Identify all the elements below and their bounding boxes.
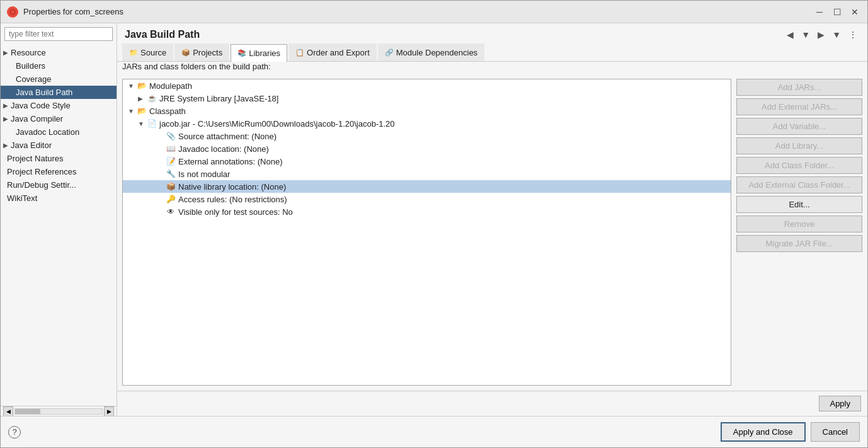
sidebar-item-builders[interactable]: Builders: [1, 59, 117, 72]
access-rules-label: Access rules: (No restrictions): [178, 195, 287, 204]
javadoc-location-label: Javadoc location: (None): [178, 144, 269, 154]
nav-forward-button[interactable]: ▶: [815, 28, 827, 41]
buttons-panel: Add JARs... Add External JARs... Add Var…: [736, 79, 862, 386]
nav-dropdown-button[interactable]: ▼: [830, 28, 843, 41]
tree-node-native-library[interactable]: 📦 Native library location: (None): [123, 180, 731, 193]
expand-arrow-java-editor: ▶: [3, 142, 8, 149]
tab-libraries[interactable]: 📚 Libraries: [231, 44, 287, 62]
nav-down-button[interactable]: ▼: [799, 28, 813, 41]
expand-arrow-java-code-style: ▶: [3, 102, 8, 109]
app-icon: [7, 6, 18, 18]
migrate-jar-button[interactable]: Migrate JAR File...: [736, 235, 862, 252]
close-button[interactable]: ✕: [848, 6, 861, 18]
sidebar-label-java-build-path: Java Build Path: [16, 88, 72, 97]
sidebar-label-run-debug: Run/Debug Settir...: [7, 180, 76, 190]
footer-buttons: Apply and Close Cancel: [721, 422, 860, 442]
scroll-track[interactable]: [14, 408, 103, 415]
content-area: ▼ 📂 Modulepath ▶ ☕ JRE System Library [J…: [117, 74, 867, 391]
window-controls: ─ ☐ ✕: [813, 6, 861, 18]
title-bar: Properties for com_screens ─ ☐ ✕: [1, 1, 867, 23]
tree-node-javadoc-location[interactable]: 📖 Javadoc location: (None): [123, 142, 731, 155]
sidebar-label-javadoc-location: Javadoc Location: [16, 127, 79, 137]
tree-node-is-not-modular[interactable]: 🔧 Is not modular: [123, 168, 731, 180]
classpath-icon: 📂: [137, 106, 147, 116]
tree-node-jacob-jar[interactable]: ▼ 📄 jacob.jar - C:\Users\MicRum00\Downlo…: [123, 117, 731, 130]
tree-node-access-rules[interactable]: 🔑 Access rules: (No restrictions): [123, 193, 731, 205]
expand-arrow-resource: ▶: [3, 49, 8, 56]
minimize-button[interactable]: ─: [813, 6, 826, 18]
jacob-jar-icon: 📄: [147, 118, 157, 129]
apply-button[interactable]: Apply: [819, 396, 861, 411]
sidebar-item-coverage[interactable]: Coverage: [1, 72, 117, 86]
sidebar-label-builders: Builders: [16, 61, 45, 71]
scroll-thumb: [15, 409, 40, 414]
tree-node-external-annotations[interactable]: 📝 External annotations: (None): [123, 155, 731, 168]
footer-bar: ? Apply and Close Cancel: [1, 416, 867, 447]
add-variable-button[interactable]: Add Variable...: [736, 118, 862, 135]
sidebar-item-java-build-path[interactable]: Java Build Path: [1, 86, 117, 99]
tree-node-visible-test[interactable]: 👁 Visible only for test sources: No: [123, 205, 731, 218]
sidebar-item-java-editor[interactable]: ▶ Java Editor: [1, 139, 117, 152]
add-external-class-folder-button[interactable]: Add External Class Folder...: [736, 176, 862, 193]
edit-button[interactable]: Edit...: [736, 196, 862, 213]
sidebar-label-project-natures: Project Natures: [7, 154, 64, 163]
filter-input[interactable]: [4, 27, 113, 41]
sidebar-label-java-editor: Java Editor: [11, 141, 52, 150]
remove-button[interactable]: Remove: [736, 215, 862, 233]
add-library-button[interactable]: Add Library...: [736, 137, 862, 154]
scroll-left-button[interactable]: ◀: [3, 406, 13, 416]
sidebar-item-javadoc-location[interactable]: Javadoc Location: [1, 125, 117, 139]
modulepath-label: Modulepath: [149, 81, 192, 91]
visible-test-label: Visible only for test sources: No: [178, 207, 293, 217]
maximize-button[interactable]: ☐: [831, 6, 843, 18]
sidebar-list: ▶ Resource Builders Coverage Java Build …: [1, 45, 117, 406]
svg-point-1: [11, 10, 14, 14]
tree-node-jre[interactable]: ▶ ☕ JRE System Library [JavaSE-18]: [123, 92, 731, 105]
bottom-bar: Apply: [117, 391, 867, 416]
sidebar-item-java-compiler[interactable]: ▶ Java Compiler: [1, 112, 117, 125]
add-jars-button[interactable]: Add JARs...: [736, 79, 862, 96]
native-library-label: Native library location: (None): [178, 182, 286, 192]
sidebar-item-resource[interactable]: ▶ Resource: [1, 46, 117, 59]
menu-button[interactable]: ⋮: [846, 28, 860, 41]
apply-and-close-button[interactable]: Apply and Close: [721, 422, 806, 442]
tab-source[interactable]: 📁 Source: [122, 43, 173, 61]
tree-container[interactable]: ▼ 📂 Modulepath ▶ ☕ JRE System Library [J…: [122, 79, 731, 386]
sidebar-label-project-references: Project References: [7, 167, 77, 176]
help-button[interactable]: ?: [8, 426, 21, 439]
tab-module-dependencies[interactable]: 🔗 Module Dependencies: [378, 43, 484, 61]
sidebar: ▶ Resource Builders Coverage Java Build …: [1, 23, 117, 416]
scroll-right-button[interactable]: ▶: [104, 406, 114, 416]
window-title: Properties for com_screens: [23, 7, 813, 16]
cancel-button[interactable]: Cancel: [811, 422, 860, 442]
tab-projects[interactable]: 📦 Projects: [174, 43, 229, 61]
sidebar-item-project-natures[interactable]: Project Natures: [1, 152, 117, 165]
sidebar-scrollbar[interactable]: ◀ ▶: [1, 406, 117, 416]
tabs-bar: 📁 Source 📦 Projects 📚 Libraries 📋 Order …: [117, 43, 867, 62]
arrow-classpath: ▼: [128, 108, 137, 115]
sidebar-label-resource: Resource: [11, 48, 46, 57]
tab-order-export[interactable]: 📋 Order and Export: [288, 43, 377, 61]
tab-projects-label: Projects: [193, 48, 222, 57]
main-content: ▶ Resource Builders Coverage Java Build …: [1, 23, 867, 416]
arrow-modulepath: ▼: [128, 83, 137, 89]
source-attachment-icon: 📎: [166, 131, 176, 141]
tab-module-dependencies-label: Module Dependencies: [396, 48, 477, 57]
nav-back-button[interactable]: ◀: [784, 28, 796, 41]
order-export-tab-icon: 📋: [295, 49, 304, 57]
sidebar-item-run-debug[interactable]: Run/Debug Settir...: [1, 178, 117, 192]
tree-node-classpath[interactable]: ▼ 📂 Classpath: [123, 105, 731, 117]
visible-test-icon: 👁: [166, 207, 176, 217]
tree-node-modulepath[interactable]: ▼ 📂 Modulepath: [123, 79, 731, 92]
sidebar-item-project-references[interactable]: Project References: [1, 165, 117, 178]
panel-header: Java Build Path ◀ ▼ ▶ ▼ ⋮: [117, 23, 867, 43]
sidebar-item-java-code-style[interactable]: ▶ Java Code Style: [1, 99, 117, 112]
add-external-jars-button[interactable]: Add External JARs...: [736, 98, 862, 115]
jre-label: JRE System Library [JavaSE-18]: [159, 94, 278, 103]
tree-node-source-attachment[interactable]: 📎 Source attachment: (None): [123, 130, 731, 142]
sidebar-label-java-code-style: Java Code Style: [11, 101, 71, 110]
module-dependencies-tab-icon: 🔗: [385, 49, 394, 57]
sidebar-item-wikitext[interactable]: WikiText: [1, 192, 117, 205]
add-class-folder-button[interactable]: Add Class Folder...: [736, 157, 862, 174]
native-library-icon: 📦: [166, 181, 176, 192]
